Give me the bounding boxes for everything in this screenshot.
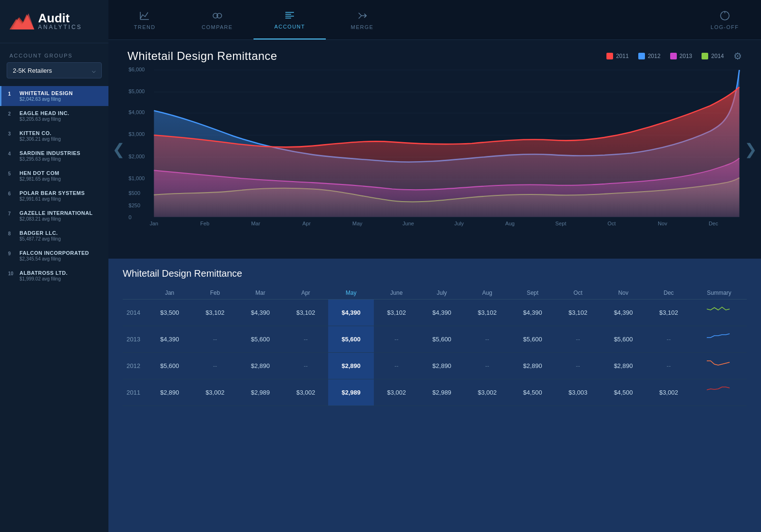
svg-text:$3,000: $3,000	[128, 132, 145, 137]
account-item-5[interactable]: 5 HEN DOT COM $2,981.65 avg filing	[0, 166, 108, 186]
account-name-10: ALBATROSS LTD.	[20, 270, 68, 276]
account-num-2: 2	[8, 111, 16, 116]
svg-text:Nov: Nov	[658, 221, 667, 226]
col-may: May	[328, 287, 373, 300]
account-avg-7: $2,083.21 avg filing	[20, 216, 93, 222]
account-num-5: 5	[8, 171, 16, 176]
legend-label-2012: 2012	[648, 53, 661, 59]
table-row-1: 2013 $4,390 -- $5,600 -- $5,600 -- $5,60…	[123, 326, 747, 353]
cell-0-3: $3,102	[283, 300, 328, 326]
cell-1-5: --	[374, 326, 419, 353]
account-num-4: 4	[8, 151, 16, 156]
svg-text:May: May	[352, 221, 363, 226]
summary-cell-2	[692, 353, 747, 379]
svg-text:Sept: Sept	[556, 221, 566, 226]
col-july: July	[419, 287, 464, 300]
svg-text:$6,000: $6,000	[128, 68, 145, 72]
legend-2014: 2014	[702, 53, 724, 59]
svg-text:Mar: Mar	[251, 221, 261, 226]
nav-merge[interactable]: MERGE	[326, 0, 398, 39]
table-section: Whitetail Design Remittance Jan Feb Mar …	[108, 259, 761, 532]
nav-compare[interactable]: COMPARE	[181, 0, 253, 39]
cell-0-5: $3,102	[374, 300, 419, 326]
account-groups-dropdown[interactable]: 2-5K Retailers ⌵	[7, 62, 102, 78]
year-cell-1: 2013	[123, 326, 147, 353]
year-cell-2: 2012	[123, 353, 147, 379]
main-content: TREND COMPARE ACCOUNT	[108, 0, 761, 532]
account-info-3: KITTEN CO. $2,306.21 avg filing	[20, 130, 61, 142]
account-num-1: 1	[8, 91, 16, 97]
svg-text:$500: $500	[128, 190, 140, 196]
logo-icon	[10, 9, 34, 33]
account-info-2: EAGLE HEAD INC. $3,205.63 avg filing	[20, 110, 69, 122]
col-mar: Mar	[238, 287, 283, 300]
chart-legend: 2011 2012 2013 2014	[606, 53, 724, 59]
account-name-7: GAZELLE INTERNATIONAL	[20, 210, 93, 216]
cell-2-10: $2,890	[601, 353, 646, 379]
legend-label-2011: 2011	[616, 53, 629, 59]
merge-icon	[357, 10, 368, 21]
col-dec: Dec	[646, 287, 691, 300]
cell-0-4: $4,390	[328, 300, 373, 326]
account-name-2: EAGLE HEAD INC.	[20, 110, 69, 116]
cell-3-8: $4,500	[510, 379, 555, 406]
account-name-4: SARDINE INDUSTRIES	[20, 150, 80, 156]
cell-1-1: --	[192, 326, 237, 353]
cell-3-1: $3,002	[192, 379, 237, 406]
logo-text: Audit Analytics	[38, 12, 82, 30]
col-feb: Feb	[192, 287, 237, 300]
account-name-6: POLAR BEAR SYSTEMS	[20, 190, 85, 196]
nav-account[interactable]: ACCOUNT	[254, 0, 326, 39]
account-item-3[interactable]: 3 KITTEN CO. $2,306.21 avg filing	[0, 126, 108, 146]
table-row-2: 2012 $5,600 -- $2,890 -- $2,890 -- $2,89…	[123, 353, 747, 379]
svg-line-11	[359, 13, 361, 16]
data-table: Jan Feb Mar Apr May June July Aug Sept O…	[123, 287, 747, 406]
summary-cell-3	[692, 379, 747, 406]
nav-trend[interactable]: TREND	[108, 0, 181, 39]
cell-1-6: $5,600	[419, 326, 464, 353]
chart-section: Whitetail Design Remittance 2011 2012 20…	[108, 40, 761, 259]
account-item-10[interactable]: 10 ALBATROSS LTD. $1,999.02 avg filing	[0, 266, 108, 286]
legend-dot-2013	[670, 53, 677, 59]
nav-logoff[interactable]: LOG-OFF	[689, 0, 761, 39]
year-cell-3: 2011	[123, 379, 147, 406]
account-num-7: 7	[8, 211, 16, 216]
account-item-6[interactable]: 6 POLAR BEAR SYSTEMS $2,991.61 avg filin…	[0, 186, 108, 206]
nav-account-label: ACCOUNT	[274, 24, 305, 29]
account-item-1[interactable]: 1 WHITETAIL DESIGN $2,042.63 avg filing	[0, 86, 108, 106]
cell-2-5: --	[374, 353, 419, 379]
account-item-9[interactable]: 9 FALCON INCORPORATED $2,345.54 avg fili…	[0, 246, 108, 266]
cell-3-10: $4,500	[601, 379, 646, 406]
account-num-8: 8	[8, 231, 16, 236]
svg-text:$1,000: $1,000	[128, 175, 145, 181]
chart-title: Whitetail Design Remittance	[127, 49, 277, 63]
col-sept: Sept	[510, 287, 555, 300]
account-item-7[interactable]: 7 GAZELLE INTERNATIONAL $2,083.21 avg fi…	[0, 206, 108, 226]
legend-dot-2011	[606, 53, 613, 59]
logo-analytics: Analytics	[38, 24, 82, 30]
account-item-8[interactable]: 8 BADGER LLC. $5,487.72 avg filing	[0, 226, 108, 246]
chart-prev-button[interactable]: ❮	[112, 140, 125, 158]
cell-0-1: $3,102	[192, 300, 237, 326]
settings-icon[interactable]: ⚙	[733, 50, 742, 62]
dropdown-value: 2-5K Retailers	[13, 67, 52, 74]
account-name-8: BADGER LLC.	[20, 230, 61, 236]
account-name-3: KITTEN CO.	[20, 130, 61, 136]
cell-0-2: $4,390	[238, 300, 283, 326]
col-aug: Aug	[465, 287, 510, 300]
account-item-4[interactable]: 4 SARDINE INDUSTRIES $3,295.63 avg filin…	[0, 146, 108, 166]
account-item-2[interactable]: 2 EAGLE HEAD INC. $3,205.63 avg filing	[0, 106, 108, 126]
account-avg-1: $2,042.63 avg filing	[20, 97, 73, 102]
svg-text:Dec: Dec	[709, 221, 718, 226]
legend-2012: 2012	[638, 53, 661, 59]
svg-text:Feb: Feb	[200, 221, 209, 226]
account-num-9: 9	[8, 251, 16, 256]
chart-next-button[interactable]: ❯	[744, 140, 757, 158]
svg-text:Apr: Apr	[302, 221, 311, 226]
cell-3-5: $3,002	[374, 379, 419, 406]
trend-icon	[139, 10, 150, 21]
account-icon	[284, 10, 295, 21]
account-name-1: WHITETAIL DESIGN	[20, 90, 73, 96]
cell-0-8: $4,390	[510, 300, 555, 326]
cell-2-8: $2,890	[510, 353, 555, 379]
